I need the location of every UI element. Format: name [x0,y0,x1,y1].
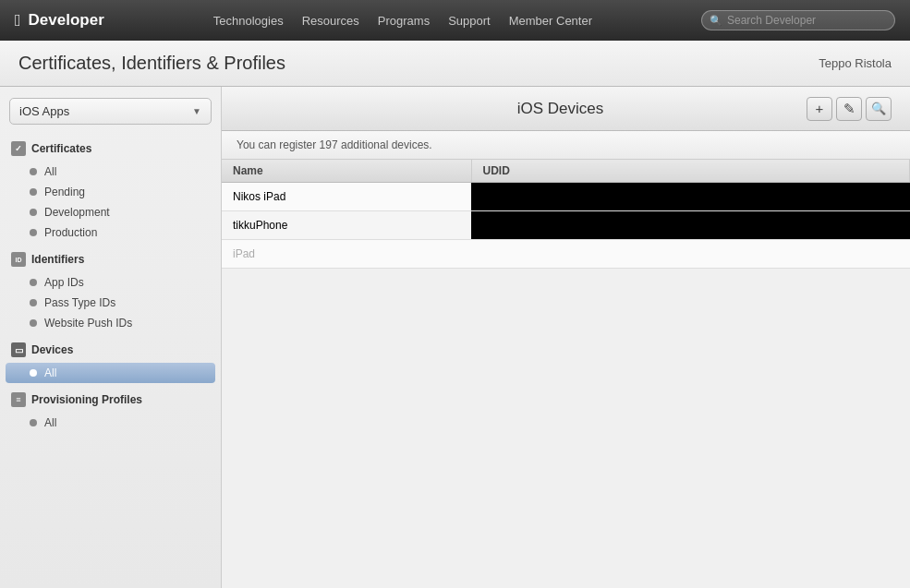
dot-icon [30,369,37,377]
provisioning-header: ≡ Provisioning Profiles [0,387,221,413]
sidebar-item-website-push-ids[interactable]: Website Push IDs [0,313,221,333]
sidebar-item-cert-production[interactable]: Production [0,222,221,243]
device-udid [471,211,910,240]
column-header-udid: UDID [471,160,910,183]
register-notice-text: You can register 197 additional devices. [237,138,432,151]
panel-title: iOS Devices [314,100,807,118]
dot-icon [30,209,37,216]
sidebar-section-provisioning: ≡ Provisioning Profiles All [0,387,221,433]
user-name: Teppo Ristola [819,56,892,70]
sidebar-item-devices-all[interactable]: All [6,363,215,383]
devices-header: ▭ Devices [0,337,221,363]
search-input[interactable] [727,14,875,27]
sidebar-item-cert-pending[interactable]: Pending [0,182,221,202]
identifiers-label: Identifiers [31,253,84,266]
device-udid [471,240,910,269]
panel-header: iOS Devices + ✎ 🔍 [222,87,910,131]
dot-icon [30,319,37,327]
content-area: iOS Devices + ✎ 🔍 You can register 197 a… [222,87,910,588]
apple-icon:  [15,11,21,30]
page-title: Certificates, Identifiers & Profiles [18,53,285,74]
dot-icon [30,168,37,175]
nav-member-center[interactable]: Member Center [509,14,592,28]
sidebar-item-app-ids[interactable]: App IDs [0,272,221,293]
table-row[interactable]: tikkuPhone [222,211,910,240]
certificate-icon: ✓ [11,141,26,156]
device-icon: ▭ [11,342,26,357]
dot-icon [30,299,37,306]
dot-icon [30,188,37,196]
sub-header: Certificates, Identifiers & Profiles Tep… [0,41,910,87]
table-row[interactable]: Nikos iPad [222,183,910,211]
dot-icon [30,419,37,426]
logo-text: Developer [29,11,104,30]
device-name: Nikos iPad [222,183,471,211]
sidebar-item-cert-development[interactable]: Development [0,202,221,222]
main-layout: iOS Apps ▼ ✓ Certificates All Pending De… [0,87,910,588]
identifier-icon: ID [11,252,26,267]
identifiers-header: ID Identifiers [0,246,221,272]
sidebar-item-cert-all[interactable]: All [0,162,221,182]
nav-resources[interactable]: Resources [302,14,359,28]
sidebar-item-provisioning-all[interactable]: All [0,413,221,433]
search-icon: 🔍 [710,15,722,27]
sidebar-section-identifiers: ID Identifiers App IDs Pass Type IDs Web… [0,246,221,333]
certificates-label: Certificates [31,142,91,155]
nav-links: Technologies Resources Programs Support … [127,14,679,28]
device-name: tikkuPhone [222,211,471,240]
nav-programs[interactable]: Programs [378,14,430,28]
provisioning-icon: ≡ [11,392,26,407]
logo:  Developer [15,11,104,30]
edit-device-button[interactable]: ✎ [836,97,862,121]
ios-devices-panel: iOS Devices + ✎ 🔍 You can register 197 a… [222,87,910,588]
panel-actions: + ✎ 🔍 [807,97,892,121]
devices-label: Devices [31,343,73,356]
dot-icon [30,229,37,236]
chevron-down-icon: ▼ [192,106,201,116]
platform-dropdown[interactable]: iOS Apps ▼ [9,98,212,125]
sidebar-section-devices: ▭ Devices All [0,337,221,383]
device-name: iPad [222,240,471,269]
provisioning-label: Provisioning Profiles [31,393,142,406]
register-notice: You can register 197 additional devices. [222,131,910,160]
devices-table: Name UDID Nikos iPad tikkuPhone iPad [222,160,910,269]
top-navigation:  Developer Technologies Resources Progr… [0,0,910,41]
table-row[interactable]: iPad [222,240,910,269]
nav-support[interactable]: Support [448,14,491,28]
column-header-name: Name [222,160,471,183]
device-udid [471,183,910,211]
search-device-button[interactable]: 🔍 [866,97,892,121]
search-box: 🔍 [701,10,895,30]
sidebar-section-certificates: ✓ Certificates All Pending Development P… [0,136,221,243]
certificates-header: ✓ Certificates [0,136,221,162]
nav-technologies[interactable]: Technologies [213,14,284,28]
dot-icon [30,279,37,286]
sidebar-item-pass-type-ids[interactable]: Pass Type IDs [0,293,221,313]
platform-dropdown-label: iOS Apps [19,104,69,118]
sidebar: iOS Apps ▼ ✓ Certificates All Pending De… [0,87,222,588]
add-device-button[interactable]: + [807,97,832,121]
